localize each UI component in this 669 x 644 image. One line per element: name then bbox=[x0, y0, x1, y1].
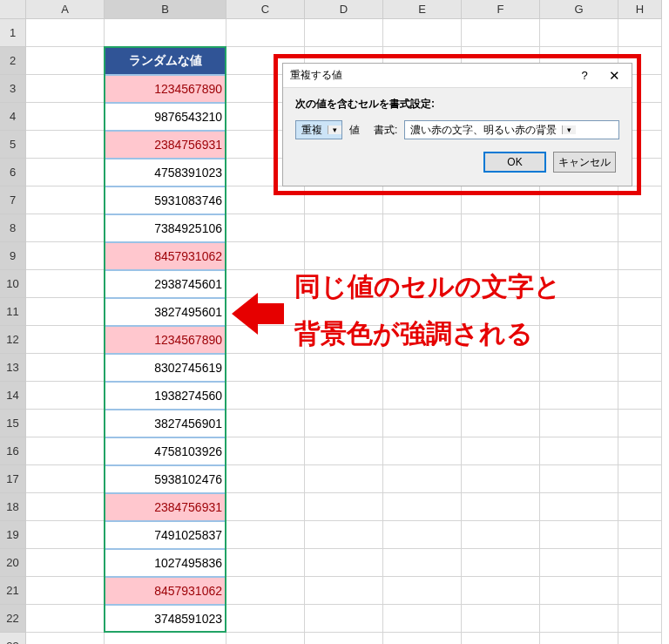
cell-D14[interactable] bbox=[305, 382, 383, 410]
data-cell-B7[interactable]: 5931083746 bbox=[105, 186, 226, 214]
data-cell-B11[interactable]: 3827495601 bbox=[105, 298, 226, 326]
cell-F22[interactable] bbox=[462, 605, 540, 633]
format-combobox[interactable]: 濃い赤の文字、明るい赤の背景 ▾ bbox=[404, 120, 619, 139]
cell-H22[interactable] bbox=[618, 605, 662, 633]
cell-F23[interactable] bbox=[462, 633, 540, 644]
data-cell-B16[interactable]: 4758103926 bbox=[105, 437, 226, 465]
cell-A11[interactable] bbox=[26, 298, 105, 326]
cell-A22[interactable] bbox=[26, 605, 105, 633]
cell-H13[interactable] bbox=[618, 354, 662, 382]
column-header-A[interactable]: A bbox=[26, 0, 105, 19]
cell-D18[interactable] bbox=[305, 493, 383, 521]
row-header-11[interactable]: 11 bbox=[0, 298, 26, 326]
cell-F14[interactable] bbox=[462, 382, 540, 410]
cell-H8[interactable] bbox=[618, 214, 662, 242]
row-header-5[interactable]: 5 bbox=[0, 131, 26, 159]
cell-E19[interactable] bbox=[383, 521, 462, 549]
data-cell-B18[interactable]: 2384756931 bbox=[105, 493, 226, 521]
cell-A16[interactable] bbox=[26, 437, 105, 465]
row-header-4[interactable]: 4 bbox=[0, 103, 26, 131]
cell-H20[interactable] bbox=[618, 549, 662, 577]
cell-D8[interactable] bbox=[305, 214, 383, 242]
cell-C8[interactable] bbox=[226, 214, 305, 242]
cell-G16[interactable] bbox=[540, 437, 618, 465]
cell-G18[interactable] bbox=[540, 493, 618, 521]
cell-C14[interactable] bbox=[226, 382, 305, 410]
cell-H16[interactable] bbox=[618, 437, 662, 465]
cell-F20[interactable] bbox=[462, 549, 540, 577]
cell-H15[interactable] bbox=[618, 410, 662, 437]
cell-A2[interactable] bbox=[26, 47, 105, 75]
data-cell-B8[interactable]: 7384925106 bbox=[105, 214, 226, 242]
cell-F8[interactable] bbox=[462, 214, 540, 242]
cell-E18[interactable] bbox=[383, 493, 462, 521]
row-header-16[interactable]: 16 bbox=[0, 437, 26, 465]
row-header-2[interactable]: 2 bbox=[0, 47, 26, 75]
cell-A8[interactable] bbox=[26, 214, 105, 242]
data-cell-B20[interactable]: 1027495836 bbox=[105, 549, 226, 577]
column-header-D[interactable]: D bbox=[305, 0, 383, 19]
cell-H1[interactable] bbox=[618, 19, 662, 47]
data-cell-B15[interactable]: 3827456901 bbox=[105, 410, 226, 437]
cell-F21[interactable] bbox=[462, 577, 540, 605]
cell-D17[interactable] bbox=[305, 465, 383, 493]
cell-D15[interactable] bbox=[305, 410, 383, 437]
row-header-7[interactable]: 7 bbox=[0, 186, 26, 214]
data-cell-B10[interactable]: 2938745601 bbox=[105, 270, 226, 298]
cell-C16[interactable] bbox=[226, 437, 305, 465]
data-cell-B21[interactable]: 8457931062 bbox=[105, 577, 226, 605]
cell-F15[interactable] bbox=[462, 410, 540, 437]
row-header-13[interactable]: 13 bbox=[0, 354, 26, 382]
data-cell-B12[interactable]: 1234567890 bbox=[105, 326, 226, 354]
data-cell-B9[interactable]: 8457931062 bbox=[105, 242, 226, 270]
cell-H12[interactable] bbox=[618, 326, 662, 354]
data-cell-B22[interactable]: 3748591023 bbox=[105, 605, 226, 633]
cell-F1[interactable] bbox=[462, 19, 540, 47]
cell-C1[interactable] bbox=[226, 19, 305, 47]
cell-A10[interactable] bbox=[26, 270, 105, 298]
cell-G17[interactable] bbox=[540, 465, 618, 493]
cell-E13[interactable] bbox=[383, 354, 462, 382]
data-cell-B13[interactable]: 8302745619 bbox=[105, 354, 226, 382]
data-cell-B6[interactable]: 4758391023 bbox=[105, 159, 226, 186]
cell-E1[interactable] bbox=[383, 19, 462, 47]
cell-C17[interactable] bbox=[226, 465, 305, 493]
row-header-22[interactable]: 22 bbox=[0, 605, 26, 633]
cell-G23[interactable] bbox=[540, 633, 618, 644]
cell-D21[interactable] bbox=[305, 577, 383, 605]
cell-A19[interactable] bbox=[26, 521, 105, 549]
cell-A3[interactable] bbox=[26, 75, 105, 103]
cell-E23[interactable] bbox=[383, 633, 462, 644]
cell-G8[interactable] bbox=[540, 214, 618, 242]
cell-A20[interactable] bbox=[26, 549, 105, 577]
table-header-cell[interactable]: ランダムな値 bbox=[105, 47, 226, 75]
cell-F13[interactable] bbox=[462, 354, 540, 382]
cell-A21[interactable] bbox=[26, 577, 105, 605]
cell-D20[interactable] bbox=[305, 549, 383, 577]
cancel-button[interactable]: キャンセル bbox=[553, 152, 616, 173]
cell-H10[interactable] bbox=[618, 270, 662, 298]
cell-E22[interactable] bbox=[383, 605, 462, 633]
cell-A5[interactable] bbox=[26, 131, 105, 159]
cell-A13[interactable] bbox=[26, 354, 105, 382]
cell-B23[interactable] bbox=[105, 633, 226, 644]
data-cell-B4[interactable]: 9876543210 bbox=[105, 103, 226, 131]
cell-D1[interactable] bbox=[305, 19, 383, 47]
row-header-20[interactable]: 20 bbox=[0, 549, 26, 577]
cell-D19[interactable] bbox=[305, 521, 383, 549]
cell-C20[interactable] bbox=[226, 549, 305, 577]
cell-H17[interactable] bbox=[618, 465, 662, 493]
row-header-17[interactable]: 17 bbox=[0, 465, 26, 493]
cell-B1[interactable] bbox=[105, 19, 226, 47]
column-header-H[interactable]: H bbox=[618, 0, 662, 19]
cell-H19[interactable] bbox=[618, 521, 662, 549]
row-header-19[interactable]: 19 bbox=[0, 521, 26, 549]
row-header-6[interactable]: 6 bbox=[0, 159, 26, 186]
cell-E8[interactable] bbox=[383, 214, 462, 242]
row-header-8[interactable]: 8 bbox=[0, 214, 26, 242]
dialog-close-button[interactable]: ✕ bbox=[600, 65, 628, 86]
cell-G15[interactable] bbox=[540, 410, 618, 437]
cell-D23[interactable] bbox=[305, 633, 383, 644]
row-header-18[interactable]: 18 bbox=[0, 493, 26, 521]
row-header-9[interactable]: 9 bbox=[0, 242, 26, 270]
